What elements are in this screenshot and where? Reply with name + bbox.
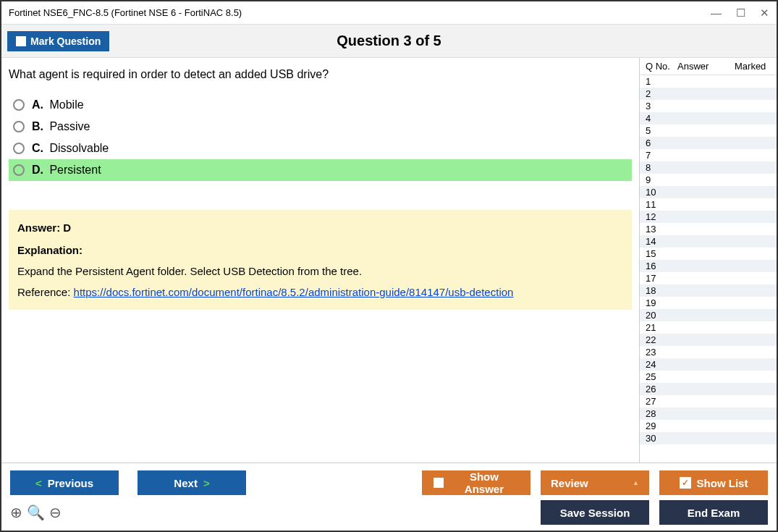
list-item[interactable]: 4	[640, 112, 777, 124]
row-qno: 16	[646, 261, 677, 271]
checkbox-icon	[434, 478, 444, 488]
reference-prefix: Reference:	[17, 286, 74, 298]
row-qno: 5	[646, 125, 677, 136]
zoom-out-icon[interactable]: ⊖	[49, 504, 62, 521]
action-buttons: Show Answer Review ▲ ✓ Show List	[422, 470, 768, 495]
list-item[interactable]: 18	[640, 284, 777, 297]
end-exam-button[interactable]: End Exam	[659, 500, 768, 525]
option-A[interactable]: A. Mobile	[9, 94, 632, 116]
list-item[interactable]: 7	[640, 149, 777, 161]
list-item[interactable]: 10	[640, 186, 777, 198]
list-item[interactable]: 24	[640, 358, 777, 371]
list-item[interactable]: 15	[640, 248, 777, 260]
option-C[interactable]: C. Dissolvable	[9, 138, 632, 159]
footer: < Previous Next > Show Answer Review ▲	[1, 463, 777, 531]
option-label: C. Dissolvable	[32, 142, 109, 155]
mark-question-label: Mark Question	[30, 35, 101, 47]
row-qno: 3	[646, 101, 677, 111]
row-qno: 23	[646, 347, 677, 358]
list-item[interactable]: 17	[640, 272, 777, 284]
row-qno: 26	[646, 384, 677, 394]
row-qno: 2	[646, 88, 677, 99]
explanation-text: Expand the Persistent Agent folder. Sele…	[17, 265, 623, 277]
row-qno: 14	[646, 236, 677, 247]
list-item[interactable]: 5	[640, 124, 777, 137]
save-session-button[interactable]: Save Session	[541, 500, 649, 525]
show-answer-button[interactable]: Show Answer	[422, 470, 530, 495]
radio-icon	[13, 164, 25, 176]
reference-link[interactable]: https://docs.fortinet.com/document/forti…	[74, 286, 514, 298]
list-item[interactable]: 23	[640, 346, 777, 358]
review-button[interactable]: Review ▲	[541, 470, 649, 495]
list-item[interactable]: 1	[640, 75, 777, 88]
radio-icon	[13, 121, 25, 132]
row-qno: 10	[646, 187, 677, 198]
next-button[interactable]: Next >	[138, 470, 246, 495]
list-item[interactable]: 27	[640, 395, 777, 408]
checkbox-icon	[16, 36, 26, 46]
minimize-icon[interactable]: —	[711, 7, 722, 20]
row-qno: 4	[646, 113, 677, 124]
list-item[interactable]: 16	[640, 260, 777, 272]
mark-question-button[interactable]: Mark Question	[7, 31, 109, 51]
list-item[interactable]: 25	[640, 371, 777, 383]
list-item[interactable]: 2	[640, 88, 777, 100]
list-item[interactable]: 12	[640, 211, 777, 223]
list-item[interactable]: 30	[640, 432, 777, 444]
reference-line: Reference: https://docs.fortinet.com/doc…	[17, 286, 623, 298]
maximize-icon[interactable]: ☐	[736, 7, 745, 20]
list-item[interactable]: 28	[640, 408, 777, 420]
question-list-panel: Q No. Answer Marked 12345678910111213141…	[639, 58, 777, 463]
col-marked: Marked	[735, 61, 772, 72]
zoom-in-icon[interactable]: ⊕	[10, 504, 22, 521]
session-buttons: Save Session End Exam	[541, 500, 768, 525]
zoom-reset-icon[interactable]: 🔍	[27, 504, 45, 521]
list-item[interactable]: 20	[640, 309, 777, 321]
col-qno: Q No.	[646, 61, 677, 72]
option-label: B. Passive	[32, 120, 90, 133]
list-item[interactable]: 29	[640, 420, 777, 432]
list-item[interactable]: 13	[640, 223, 777, 235]
triangle-up-icon: ▲	[633, 479, 639, 486]
end-exam-label: End Exam	[688, 507, 740, 519]
row-qno: 28	[646, 408, 677, 419]
row-qno: 20	[646, 310, 677, 321]
option-D[interactable]: D. Persistent	[9, 159, 632, 181]
row-qno: 1	[646, 76, 677, 87]
list-item[interactable]: 14	[640, 235, 777, 248]
list-item[interactable]: 19	[640, 297, 777, 309]
chevron-left-icon: <	[35, 477, 42, 489]
row-qno: 6	[646, 138, 677, 148]
question-indicator: Question 3 of 5	[337, 33, 441, 49]
list-item[interactable]: 3	[640, 100, 777, 112]
save-session-label: Save Session	[560, 507, 630, 519]
list-item[interactable]: 21	[640, 321, 777, 334]
show-list-button[interactable]: ✓ Show List	[659, 470, 768, 495]
close-icon[interactable]: ✕	[760, 7, 769, 20]
list-item[interactable]: 11	[640, 198, 777, 211]
list-item[interactable]: 26	[640, 383, 777, 395]
list-item[interactable]: 22	[640, 334, 777, 346]
list-item[interactable]: 8	[640, 161, 777, 174]
window-controls: — ☐ ✕	[711, 7, 769, 20]
answer-box: Answer: D Explanation: Expand the Persis…	[9, 210, 632, 310]
row-qno: 13	[646, 224, 677, 235]
row-qno: 12	[646, 211, 677, 222]
row-qno: 22	[646, 334, 677, 345]
list-item[interactable]: 9	[640, 174, 777, 186]
question-list-rows[interactable]: 1234567891011121314151617181920212223242…	[640, 75, 777, 463]
row-qno: 15	[646, 248, 677, 259]
option-label: D. Persistent	[32, 164, 101, 177]
row-qno: 27	[646, 396, 677, 407]
option-B[interactable]: B. Passive	[9, 116, 632, 138]
option-label: A. Mobile	[32, 98, 84, 111]
list-item[interactable]: 6	[640, 137, 777, 149]
zoom-controls: ⊕ 🔍 ⊖	[10, 504, 62, 521]
footer-top: < Previous Next > Show Answer Review ▲	[10, 470, 768, 495]
row-qno: 17	[646, 273, 677, 284]
row-qno: 19	[646, 297, 677, 308]
previous-button[interactable]: < Previous	[10, 470, 119, 495]
radio-icon	[13, 99, 25, 111]
content-area: What agent is required in order to detec…	[1, 58, 777, 463]
options-list: A. MobileB. PassiveC. DissolvableD. Pers…	[9, 94, 632, 181]
